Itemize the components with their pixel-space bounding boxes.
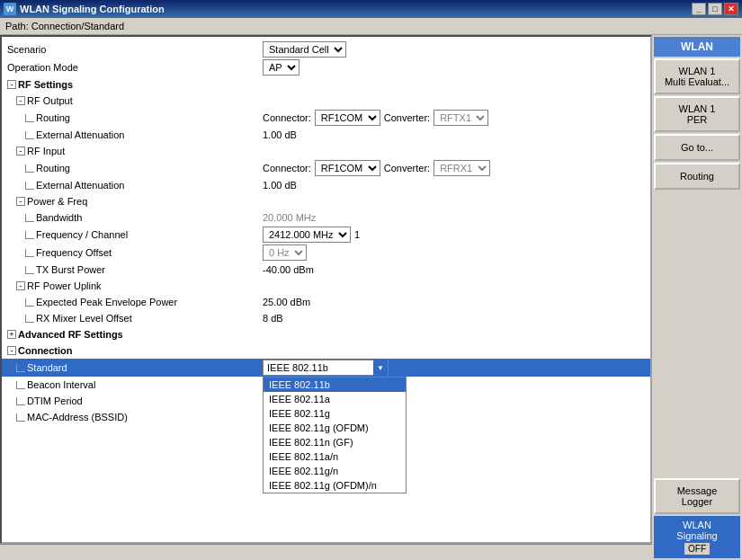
rf-output-attenuation-label: External Attenuation [36, 129, 124, 140]
rf-input-connector-select[interactable]: RF1COM [315, 160, 380, 176]
rf-output-routing-row: Routing Connector: RF1COM Converter: RFT… [2, 109, 650, 127]
close-button[interactable]: ✕ [724, 3, 738, 15]
sidebar-wlan-signaling[interactable]: WLANSignaling OFF [654, 516, 740, 558]
rf-input-routing-label: Routing [36, 163, 70, 173]
path-text: Path: Connection/Standard [5, 21, 124, 31]
scenario-label: Scenario [7, 44, 46, 55]
standard-row: Standard IEEE 802.11b ▼ [2, 359, 650, 377]
status-bar [0, 544, 652, 560]
advanced-rf-row: + Advanced RF Settings [2, 326, 650, 342]
rf-power-uplink-expand[interactable]: - [16, 281, 25, 290]
sidebar-off-badge: OFF [684, 543, 710, 555]
rf-output-expand[interactable]: - [16, 96, 25, 105]
dropdown-option-ieee80211g[interactable]: IEEE 802.11g [264, 406, 406, 421]
rf-output-attenuation-value: 1.00 dB [263, 129, 297, 140]
dtim-period-label: DTIM Period [27, 396, 83, 406]
rf-output-connector-select[interactable]: RF1COM [315, 110, 380, 126]
rf-settings-expand[interactable]: - [7, 80, 16, 89]
rf-input-connector-label: Connector: [263, 163, 311, 173]
standard-dropdown-arrow[interactable]: ▼ [373, 360, 388, 376]
rf-output-converter-select[interactable]: RFTX1 [434, 110, 488, 126]
frequency-channel-row: Frequency / Channel 2412.000 MHz 1 [2, 226, 650, 244]
rf-input-converter-select[interactable]: RFRX1 [434, 160, 490, 176]
title-bar: W WLAN Signaling Configuration _ □ ✕ [0, 0, 742, 18]
rf-output-routing-label: Routing [36, 112, 70, 123]
rf-settings-label: RF Settings [18, 79, 73, 90]
expected-peak-value: 25.00 dBm [263, 297, 310, 307]
rf-output-converter-label: Converter: [384, 112, 430, 123]
config-panel: Scenario Standard Cell Operation Mode [0, 35, 652, 544]
bandwidth-value: 20.000 MHz [263, 212, 316, 223]
expected-peak-row: Expected Peak Envelope Power 25.00 dBm [2, 294, 650, 310]
rf-input-attenuation-label: External Attenuation [36, 180, 124, 191]
channel-value: 1 [354, 229, 360, 240]
rf-input-attenuation-value: 1.00 dB [263, 180, 297, 191]
rx-mixer-value: 8 dB [263, 313, 283, 324]
standard-value: IEEE 802.11b [264, 362, 373, 373]
maximize-button[interactable]: □ [708, 3, 722, 15]
dropdown-option-ieee80211g-ofdm-n[interactable]: IEEE 802.11g (OFDM)/n [264, 478, 406, 493]
rf-output-attenuation-row: External Attenuation 1.00 dB [2, 127, 650, 143]
dropdown-option-ieee80211gn[interactable]: IEEE 802.11g/n [264, 464, 406, 478]
connection-expand[interactable]: - [7, 346, 16, 355]
rf-output-label: RF Output [27, 95, 73, 106]
rx-mixer-label: RX Mixer Level Offset [36, 313, 132, 324]
rf-input-row: - RF Input [2, 143, 650, 159]
rf-power-uplink-row: - RF Power Uplink [2, 278, 650, 294]
rf-input-converter-label: Converter: [384, 163, 430, 173]
rf-power-uplink-label: RF Power Uplink [27, 280, 102, 291]
tx-burst-power-row: TX Burst Power -40.00 dBm [2, 262, 650, 278]
power-freq-row: - Power & Freq [2, 193, 650, 209]
dropdown-option-ieee80211g-ofdm[interactable]: IEEE 802.11g (OFDM) [264, 421, 406, 435]
scenario-row: Scenario Standard Cell [2, 40, 650, 58]
dropdown-option-ieee80211a[interactable]: IEEE 802.11a [264, 392, 406, 406]
tx-burst-power-value: -40.00 dBm [263, 264, 314, 275]
sidebar-btn-message-logger[interactable]: Message Logger [654, 478, 740, 514]
minimize-button[interactable]: _ [692, 3, 706, 15]
sidebar-wlan-label: WLANSignaling [657, 520, 737, 541]
frequency-channel-label: Frequency / Channel [36, 229, 128, 240]
sidebar-btn-routing[interactable]: Routing [654, 163, 740, 190]
rf-settings-row: - RF Settings [2, 76, 650, 93]
right-sidebar: WLAN WLAN 1 Multi Evaluat... WLAN 1 PER … [652, 35, 742, 560]
dropdown-option-ieee80211an[interactable]: IEEE 802.11a/n [264, 449, 406, 464]
scenario-select[interactable]: Standard Cell [263, 41, 346, 58]
beacon-interval-label: Beacon Interval [27, 379, 95, 390]
connection-label: Connection [18, 345, 73, 356]
rf-input-expand[interactable]: - [16, 147, 25, 156]
advanced-rf-expand[interactable]: + [7, 330, 16, 339]
bandwidth-row: Bandwidth 20.000 MHz [2, 209, 650, 226]
app-icon: W [4, 3, 16, 15]
advanced-rf-label: Advanced RF Settings [18, 329, 123, 340]
operation-mode-label: Operation Mode [7, 62, 78, 73]
frequency-offset-label: Frequency Offset [36, 247, 112, 258]
rf-input-routing-row: Routing Connector: RF1COM Converter: RFR… [2, 159, 650, 177]
operation-mode-row: Operation Mode AP [2, 58, 650, 76]
path-bar: Path: Connection/Standard [0, 18, 742, 35]
operation-mode-select[interactable]: AP [263, 59, 299, 76]
sidebar-header: WLAN [654, 37, 740, 57]
rf-output-connector-label: Connector: [263, 112, 311, 123]
frequency-offset-row: Frequency Offset 0 Hz [2, 244, 650, 262]
sidebar-btn-wlan1-multi[interactable]: WLAN 1 Multi Evaluat... [654, 58, 740, 94]
frequency-offset-select[interactable]: 0 Hz [263, 244, 307, 261]
dropdown-option-ieee80211n-gf[interactable]: IEEE 802.11n (GF) [264, 435, 406, 449]
dropdown-option-ieee80211b-selected[interactable]: IEEE 802.11b [264, 378, 406, 392]
frequency-select[interactable]: 2412.000 MHz [263, 227, 351, 243]
rf-input-attenuation-row: External Attenuation 1.00 dB [2, 177, 650, 193]
mac-address-label: MAC-Address (BSSID) [27, 412, 128, 422]
power-freq-expand[interactable]: - [16, 197, 25, 206]
standard-dropdown-popup: IEEE 802.11b IEEE 802.11a IEEE 802.11g I… [263, 377, 407, 493]
window-controls: _ □ ✕ [692, 3, 738, 15]
tx-burst-power-label: TX Burst Power [36, 264, 105, 275]
sidebar-btn-wlan1-per[interactable]: WLAN 1 PER [654, 96, 740, 132]
power-freq-label: Power & Freq [27, 196, 87, 207]
rf-input-label: RF Input [27, 146, 65, 156]
window-title: WLAN Signaling Configuration [20, 4, 165, 14]
rx-mixer-row: RX Mixer Level Offset 8 dB [2, 310, 650, 326]
expected-peak-label: Expected Peak Envelope Power [36, 297, 177, 307]
sidebar-btn-goto[interactable]: Go to... [654, 134, 740, 161]
connection-row: - Connection [2, 342, 650, 359]
rf-output-row: - RF Output [2, 93, 650, 109]
standard-label: Standard [27, 362, 67, 373]
